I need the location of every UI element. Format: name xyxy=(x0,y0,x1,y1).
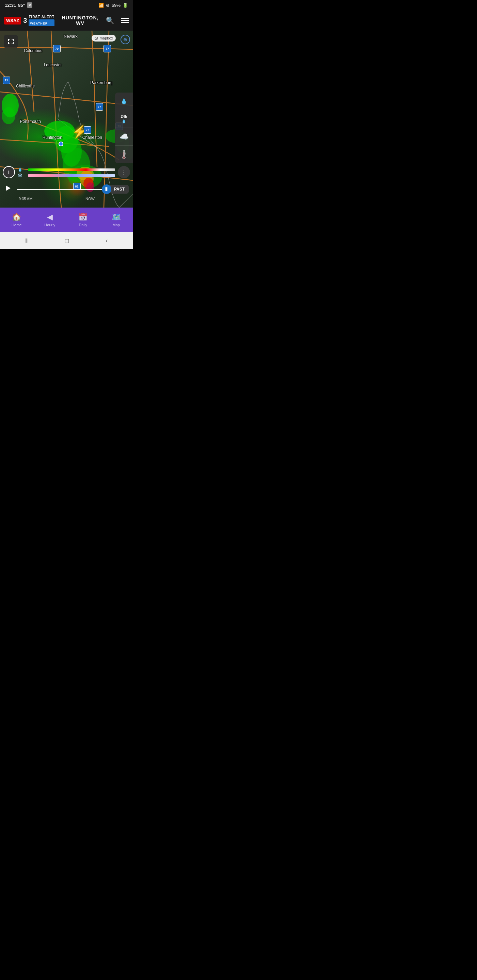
hourly-nav-label: Hourly xyxy=(44,223,55,227)
wifi-icon: 📶 xyxy=(98,3,104,8)
dnd-icon: ⊖ xyxy=(106,3,110,8)
menu-icon[interactable] xyxy=(121,18,129,23)
hourly-nav-icon: ◀ xyxy=(47,213,53,221)
radar-map[interactable]: Newark Columbus Lancaster Chillicothe Pa… xyxy=(0,30,133,208)
close-notification-icon[interactable]: ✕ xyxy=(27,2,32,8)
battery-icon: 🔋 xyxy=(123,3,128,8)
system-nav-bar: ⦀ ◻ ‹ xyxy=(0,232,133,249)
svg-rect-16 xyxy=(124,152,124,156)
layer-temperature-btn[interactable] xyxy=(115,146,133,163)
status-right: 📶 ⊖ 69% 🔋 xyxy=(98,3,128,8)
app-logo: WSAZ 3 FIRST ALERT WEATHER xyxy=(4,15,54,26)
home-nav-label: Home xyxy=(11,223,21,227)
layer-24h-btn[interactable]: 24h 💧 xyxy=(115,110,133,128)
daily-nav-label: Daily xyxy=(79,223,87,227)
legend-container: 💧 ❄️ xyxy=(18,167,115,178)
nav-daily[interactable]: 📅 Daily xyxy=(66,208,100,232)
layer-clouds-btn[interactable]: ☁️ xyxy=(115,128,133,146)
status-left: 12:31 85° ✕ xyxy=(5,2,32,8)
logo-channel-number: 3 xyxy=(23,17,27,24)
timeline-track[interactable] xyxy=(17,189,107,190)
battery-level: 69% xyxy=(112,3,121,8)
timeline-thumb[interactable] xyxy=(102,185,111,194)
play-button[interactable] xyxy=(4,185,14,194)
app-header: WSAZ 3 FIRST ALERT WEATHER HUNTINGTON, W… xyxy=(0,10,133,30)
current-location-dot xyxy=(59,142,63,146)
logo-wsaz-text: WSAZ xyxy=(6,18,19,23)
svg-point-15 xyxy=(123,156,125,159)
timeline-progress xyxy=(17,189,102,190)
interstate-77-ne: 77 xyxy=(104,45,111,52)
search-icon[interactable]: 🔍 xyxy=(106,16,115,24)
more-options-button[interactable]: ⋮ xyxy=(118,166,130,178)
now-label: NOW xyxy=(85,195,95,202)
bottom-navigation: 🏠 Home ◀ Hourly 📅 Daily 🗺️ Map xyxy=(0,208,133,232)
interstate-77-mid: 77 xyxy=(96,103,103,111)
past-button[interactable]: PAST xyxy=(110,185,129,194)
logo-first-alert: FIRST ALERT xyxy=(29,15,54,19)
compass-icon[interactable]: ⊕ xyxy=(121,35,130,44)
info-button[interactable]: i xyxy=(3,166,15,178)
daily-nav-icon: 📅 xyxy=(78,213,88,221)
playback-controls: PAST xyxy=(0,185,133,194)
status-time: 12:31 xyxy=(5,3,16,8)
home-nav-icon: 🏠 xyxy=(12,213,21,221)
back-icon[interactable]: ‹ xyxy=(106,237,108,244)
mapbox-attribution: ⊙ mapbox xyxy=(92,35,116,41)
map-nav-icon: 🗺️ xyxy=(112,213,121,221)
location-label: HUNTINGTON, WV xyxy=(58,15,102,26)
logo-weather-badge: WEATHER xyxy=(29,19,54,26)
svg-marker-20 xyxy=(6,185,11,191)
start-time-label: 9:35 AM xyxy=(19,195,32,202)
status-bar: 12:31 85° ✕ 📶 ⊖ 69% 🔋 xyxy=(0,0,133,10)
interstate-70: 70 xyxy=(53,45,61,52)
recent-apps-icon[interactable]: ⦀ xyxy=(25,237,28,244)
layer-rain-snow-btn[interactable]: 💧 xyxy=(115,92,133,110)
layer-controls: 💧 24h 💧 ☁️ xyxy=(115,92,133,163)
nav-hourly[interactable]: ◀ Hourly xyxy=(34,208,67,232)
home-circle-icon[interactable]: ◻ xyxy=(64,237,69,244)
status-temp: 85° xyxy=(18,3,25,8)
nav-home[interactable]: 🏠 Home xyxy=(0,208,34,232)
expand-button[interactable] xyxy=(4,35,18,48)
nav-map[interactable]: 🗺️ Map xyxy=(100,208,133,232)
map-roads xyxy=(0,30,133,208)
interstate-71: 71 xyxy=(3,76,10,84)
map-nav-label: Map xyxy=(113,223,120,227)
interstate-77-s: 77 xyxy=(84,126,91,134)
